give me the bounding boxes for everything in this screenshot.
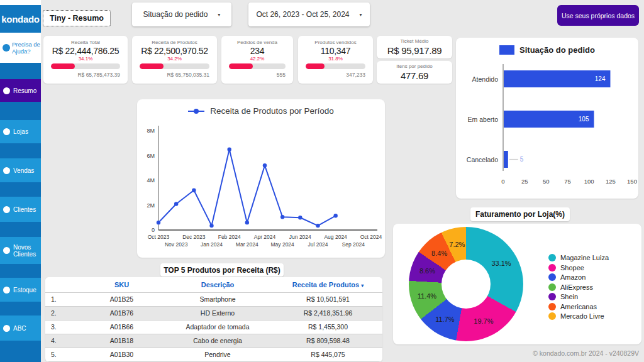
svg-text:75: 75 — [564, 178, 571, 185]
bullet-icon — [3, 287, 10, 293]
svg-text:Aug 2024: Aug 2024 — [324, 234, 347, 240]
donut-slice-label: 11.7% — [435, 315, 454, 323]
bar-chart-legend: Situação do pedido — [456, 45, 638, 55]
top5-table: SKU Descrição Receita de Produtos ▾ 1. A… — [45, 277, 382, 362]
legend-swatch-icon — [499, 45, 514, 55]
line-chart-card: Receita de Produtos por Período 02M4M6M8… — [137, 99, 385, 258]
svg-text:Jul 2024: Jul 2024 — [308, 241, 328, 248]
sort-caret-icon: ▾ — [361, 283, 364, 288]
bar-chart-svg: Atendido124Em aberto105Cancelado50255075… — [456, 63, 638, 199]
donut-chart-title: Faturamento por Loja(%) — [470, 207, 570, 221]
kpi-card-ticket-medio: Ticket Médio R$ 95,917.89 — [377, 36, 452, 58]
bar-chart-card: Situação do pedido Atendido124Em aberto1… — [456, 38, 638, 199]
help-icon — [3, 44, 10, 52]
kpi-card-produtos-vendidos: Produtos vendidos 110,347 31.8% 347,233 — [298, 36, 373, 84]
svg-text:Jan 2024: Jan 2024 — [201, 241, 223, 248]
legend-dot-icon — [548, 254, 556, 261]
date-range-dropdown[interactable]: Oct 26, 2023 - Oct 25, 2024 ▾ — [248, 3, 370, 26]
line-chart-legend: Receita de Produtos por Período — [137, 106, 385, 116]
svg-text:0: 0 — [501, 178, 504, 185]
line-series-icon — [188, 109, 204, 114]
order-status-dropdown[interactable]: Situação do pedido ▾ — [132, 3, 231, 26]
help-link[interactable]: Precisa de Ajuda? — [0, 33, 41, 63]
bullet-icon — [3, 206, 10, 213]
legend-dot-icon — [548, 264, 556, 272]
progress-bar — [229, 63, 286, 69]
legend-item: Shein — [548, 293, 609, 300]
legend-dot-icon — [548, 303, 556, 310]
svg-text:6M: 6M — [147, 153, 155, 159]
sidebar-item-estoque[interactable]: Estoque — [0, 278, 41, 302]
kpi-card-pedidos-venda: Pedidos de venda 234 42.2% 555 — [221, 36, 293, 84]
sidebar-item-vendas[interactable]: Vendas — [0, 158, 41, 182]
chevron-down-icon: ▾ — [218, 12, 220, 18]
donut-hole — [441, 260, 491, 309]
donut-chart-card: 33.1%19.7%11.7%11.4%8.6%8.4%7.2% Magazin… — [393, 224, 641, 344]
donut-slice-label: 8.6% — [419, 267, 435, 275]
table-row: 3. A01B66 Adaptador de tomada R$ 1,455,3… — [45, 320, 382, 334]
svg-text:Mar 2024: Mar 2024 — [236, 241, 258, 248]
copyright-note: © kondado.com.br 2024 - v240829V — [533, 349, 639, 357]
column-header-descricao[interactable]: Descrição — [162, 277, 274, 292]
svg-text:150: 150 — [627, 178, 637, 185]
donut-slice-label: 7.2% — [449, 241, 465, 248]
column-header-sku[interactable]: SKU — [82, 277, 162, 292]
svg-text:Em aberto: Em aberto — [468, 116, 499, 123]
sidebar: kondado Precisa de Ajuda? Resumo Lojas V… — [0, 0, 41, 362]
kpi-card-receita-produtos: Receita de Produtos R$ 22,500,970.52 34.… — [132, 36, 217, 84]
table-title: TOP 5 Produtos por Receita (R$) — [160, 263, 284, 277]
legend-item: Amazon — [548, 273, 609, 281]
svg-text:Nov 2023: Nov 2023 — [165, 241, 188, 248]
svg-text:5: 5 — [520, 156, 524, 163]
column-header-receita[interactable]: Receita de Produtos ▾ — [274, 277, 382, 292]
legend-item: Americanas — [548, 303, 609, 310]
legend-item: Magazine Luiza — [548, 254, 609, 261]
svg-text:May 2024: May 2024 — [270, 241, 294, 248]
svg-text:Dec 2023: Dec 2023 — [182, 234, 206, 240]
bullet-icon — [3, 167, 10, 174]
bullet-icon — [3, 128, 10, 135]
donut-chart: 33.1%19.7%11.7%11.4%8.6%8.4%7.2% — [409, 227, 523, 341]
top5-table-card: SKU Descrição Receita de Produtos ▾ 1. A… — [45, 277, 382, 362]
sidebar-item-lojas[interactable]: Lojas — [0, 120, 41, 143]
legend-dot-icon — [548, 312, 556, 320]
sidebar-item-abc[interactable]: ABC — [0, 315, 41, 341]
svg-text:25: 25 — [521, 178, 528, 185]
kpi-card-receita-total: Receita Total R$ 22,444,786.25 34.1% R$ … — [43, 36, 128, 84]
svg-text:Sep 2024: Sep 2024 — [342, 241, 365, 248]
svg-text:Cancelado: Cancelado — [467, 156, 498, 163]
legend-dot-icon — [548, 273, 556, 281]
svg-text:Apr 2024: Apr 2024 — [254, 234, 276, 240]
help-label: Precisa de Ajuda? — [12, 41, 41, 55]
svg-text:100: 100 — [584, 178, 594, 185]
legend-item: Shopee — [548, 264, 609, 272]
chevron-down-icon: ▾ — [360, 12, 362, 18]
donut-slice-label: 11.4% — [418, 292, 436, 300]
svg-text:0: 0 — [152, 227, 155, 233]
sidebar-item-novos-clientes[interactable]: Novos Clientes — [0, 237, 41, 264]
legend-dot-icon — [548, 293, 556, 300]
svg-text:Atendido: Atendido — [472, 75, 499, 83]
table-row: 5. A01B30 Pendrive R$ 445,075 — [45, 348, 382, 361]
progress-bar — [140, 63, 209, 69]
svg-text:4M: 4M — [147, 177, 155, 184]
legend-item: Mercado Livre — [548, 312, 609, 320]
line-chart-svg: 02M4M6M8MOct 2023Nov 2023Dec 2023Jan 202… — [137, 119, 385, 258]
svg-text:124: 124 — [595, 75, 606, 82]
brand-logo: kondado — [0, 5, 41, 33]
donut-legend: Magazine Luiza Shopee Amazon AliExpress … — [548, 254, 609, 320]
svg-text:8M: 8M — [147, 128, 155, 134]
kpi-card-itens-por-pedido: Itens por pedido 477.69 — [377, 61, 452, 84]
donut-slice-label: 33.1% — [491, 260, 511, 267]
svg-text:Jun 2024: Jun 2024 — [289, 234, 311, 240]
use-own-data-button[interactable]: Use seus próprios dados — [557, 5, 639, 26]
sidebar-item-clientes[interactable]: Clientes — [0, 197, 41, 222]
donut-slice-label: 8.4% — [431, 250, 447, 257]
svg-text:2M: 2M — [147, 202, 155, 209]
progress-bar — [51, 63, 120, 69]
bullet-icon — [3, 87, 10, 94]
legend-item: AliExpress — [548, 283, 609, 291]
line-chart-title: Receita de Produtos por Período — [210, 106, 334, 116]
sidebar-item-resumo[interactable]: Resumo — [0, 79, 41, 102]
svg-text:Oct 2024: Oct 2024 — [360, 234, 382, 240]
